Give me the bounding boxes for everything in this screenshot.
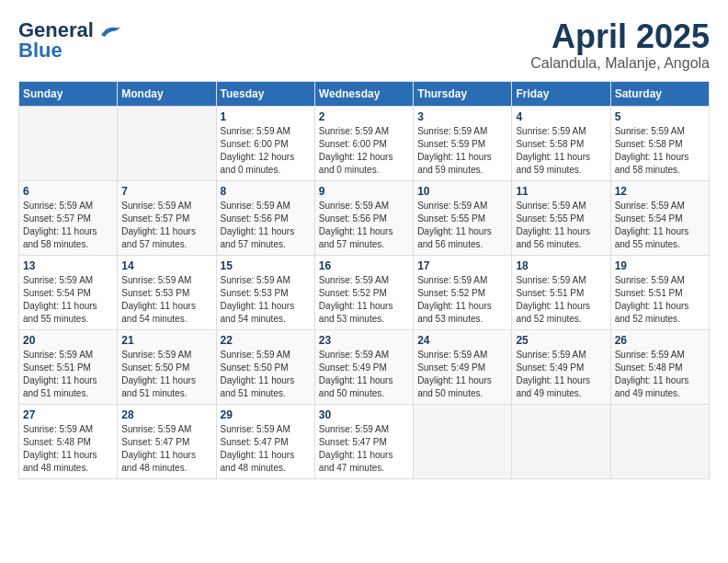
day-number: 8 bbox=[221, 185, 311, 198]
calendar-week-row: 27Sunrise: 5:59 AM Sunset: 5:48 PM Dayli… bbox=[19, 404, 710, 478]
day-info: Sunrise: 5:59 AM Sunset: 5:50 PM Dayligh… bbox=[121, 349, 211, 400]
calendar-cell bbox=[414, 404, 512, 478]
day-number: 13 bbox=[23, 259, 113, 272]
day-number: 23 bbox=[319, 334, 409, 347]
day-number: 27 bbox=[23, 408, 113, 421]
calendar-cell: 3Sunrise: 5:59 AM Sunset: 5:59 PM Daylig… bbox=[414, 106, 512, 180]
day-number: 24 bbox=[417, 334, 507, 347]
day-number: 28 bbox=[121, 408, 211, 421]
day-info: Sunrise: 5:59 AM Sunset: 5:57 PM Dayligh… bbox=[23, 200, 113, 251]
calendar-cell: 5Sunrise: 5:59 AM Sunset: 5:58 PM Daylig… bbox=[610, 106, 709, 180]
calendar-cell: 17Sunrise: 5:59 AM Sunset: 5:52 PM Dayli… bbox=[414, 255, 512, 329]
calendar-table: SundayMondayTuesdayWednesdayThursdayFrid… bbox=[18, 81, 710, 479]
day-info: Sunrise: 5:59 AM Sunset: 5:52 PM Dayligh… bbox=[319, 274, 409, 326]
day-info: Sunrise: 5:59 AM Sunset: 5:49 PM Dayligh… bbox=[417, 349, 507, 400]
day-number: 5 bbox=[615, 110, 705, 123]
day-number: 10 bbox=[417, 185, 507, 198]
calendar-cell: 19Sunrise: 5:59 AM Sunset: 5:51 PM Dayli… bbox=[610, 255, 709, 329]
month-title: April 2025 bbox=[530, 18, 710, 55]
day-info: Sunrise: 5:59 AM Sunset: 5:59 PM Dayligh… bbox=[417, 125, 507, 177]
day-info: Sunrise: 5:59 AM Sunset: 5:56 PM Dayligh… bbox=[319, 200, 409, 251]
calendar-week-row: 1Sunrise: 5:59 AM Sunset: 6:00 PM Daylig… bbox=[19, 106, 710, 180]
day-info: Sunrise: 5:59 AM Sunset: 5:51 PM Dayligh… bbox=[23, 349, 113, 400]
location-title: Calandula, Malanje, Angola bbox=[530, 55, 710, 72]
day-number: 6 bbox=[23, 185, 113, 198]
day-number: 7 bbox=[121, 185, 211, 198]
day-info: Sunrise: 5:59 AM Sunset: 5:54 PM Dayligh… bbox=[23, 274, 113, 326]
day-info: Sunrise: 5:59 AM Sunset: 5:48 PM Dayligh… bbox=[615, 349, 705, 400]
day-number: 1 bbox=[221, 110, 311, 123]
day-info: Sunrise: 5:59 AM Sunset: 5:53 PM Dayligh… bbox=[121, 274, 211, 326]
calendar-cell: 12Sunrise: 5:59 AM Sunset: 5:54 PM Dayli… bbox=[610, 180, 709, 255]
day-info: Sunrise: 5:59 AM Sunset: 5:47 PM Dayligh… bbox=[221, 423, 311, 475]
calendar-cell: 26Sunrise: 5:59 AM Sunset: 5:48 PM Dayli… bbox=[610, 329, 709, 404]
day-number: 15 bbox=[221, 259, 311, 272]
day-number: 21 bbox=[121, 334, 211, 347]
calendar-cell: 27Sunrise: 5:59 AM Sunset: 5:48 PM Dayli… bbox=[19, 404, 118, 478]
day-number: 12 bbox=[615, 185, 705, 198]
day-info: Sunrise: 5:59 AM Sunset: 5:51 PM Dayligh… bbox=[516, 274, 606, 326]
weekday-header: Wednesday bbox=[314, 81, 413, 106]
day-info: Sunrise: 5:59 AM Sunset: 5:58 PM Dayligh… bbox=[615, 125, 705, 177]
calendar-cell: 23Sunrise: 5:59 AM Sunset: 5:49 PM Dayli… bbox=[314, 329, 413, 404]
calendar-cell: 11Sunrise: 5:59 AM Sunset: 5:55 PM Dayli… bbox=[512, 180, 610, 255]
calendar-header-row: SundayMondayTuesdayWednesdayThursdayFrid… bbox=[19, 81, 710, 106]
calendar-cell: 16Sunrise: 5:59 AM Sunset: 5:52 PM Dayli… bbox=[314, 255, 413, 329]
day-number: 4 bbox=[516, 110, 606, 123]
day-info: Sunrise: 5:59 AM Sunset: 5:52 PM Dayligh… bbox=[417, 274, 507, 326]
calendar-cell: 9Sunrise: 5:59 AM Sunset: 5:56 PM Daylig… bbox=[314, 180, 413, 255]
day-info: Sunrise: 5:59 AM Sunset: 5:53 PM Dayligh… bbox=[221, 274, 311, 326]
page-header: General Blue April 2025 Calandula, Malan… bbox=[18, 18, 710, 72]
day-number: 3 bbox=[417, 110, 507, 123]
calendar-cell bbox=[512, 404, 610, 478]
weekday-header: Saturday bbox=[610, 81, 709, 106]
calendar-week-row: 20Sunrise: 5:59 AM Sunset: 5:51 PM Dayli… bbox=[19, 329, 710, 404]
weekday-header: Sunday bbox=[19, 81, 118, 106]
day-info: Sunrise: 5:59 AM Sunset: 5:49 PM Dayligh… bbox=[516, 349, 606, 400]
day-number: 14 bbox=[121, 259, 211, 272]
day-info: Sunrise: 5:59 AM Sunset: 6:00 PM Dayligh… bbox=[319, 125, 409, 177]
day-info: Sunrise: 5:59 AM Sunset: 6:00 PM Dayligh… bbox=[221, 125, 311, 177]
calendar-cell: 30Sunrise: 5:59 AM Sunset: 5:47 PM Dayli… bbox=[314, 404, 413, 478]
calendar-cell bbox=[610, 404, 709, 478]
day-info: Sunrise: 5:59 AM Sunset: 5:54 PM Dayligh… bbox=[615, 200, 705, 251]
calendar-cell: 15Sunrise: 5:59 AM Sunset: 5:53 PM Dayli… bbox=[216, 255, 314, 329]
logo-blue: Blue bbox=[18, 39, 63, 63]
weekday-header: Friday bbox=[512, 81, 610, 106]
day-number: 30 bbox=[319, 408, 409, 421]
day-info: Sunrise: 5:59 AM Sunset: 5:47 PM Dayligh… bbox=[121, 423, 211, 475]
calendar-cell: 6Sunrise: 5:59 AM Sunset: 5:57 PM Daylig… bbox=[19, 180, 118, 255]
calendar-cell bbox=[118, 106, 216, 180]
weekday-header: Monday bbox=[118, 81, 216, 106]
day-info: Sunrise: 5:59 AM Sunset: 5:49 PM Dayligh… bbox=[319, 349, 409, 400]
day-number: 25 bbox=[516, 334, 606, 347]
day-number: 17 bbox=[417, 259, 507, 272]
logo: General Blue bbox=[18, 18, 123, 63]
day-number: 20 bbox=[23, 334, 113, 347]
calendar-cell: 13Sunrise: 5:59 AM Sunset: 5:54 PM Dayli… bbox=[19, 255, 118, 329]
calendar-cell bbox=[19, 106, 118, 180]
calendar-cell: 2Sunrise: 5:59 AM Sunset: 6:00 PM Daylig… bbox=[314, 106, 413, 180]
weekday-header: Tuesday bbox=[216, 81, 314, 106]
day-info: Sunrise: 5:59 AM Sunset: 5:58 PM Dayligh… bbox=[516, 125, 606, 177]
day-number: 22 bbox=[221, 334, 311, 347]
calendar-cell: 8Sunrise: 5:59 AM Sunset: 5:56 PM Daylig… bbox=[216, 180, 314, 255]
day-number: 16 bbox=[319, 259, 409, 272]
day-number: 11 bbox=[516, 185, 606, 198]
calendar-cell: 25Sunrise: 5:59 AM Sunset: 5:49 PM Dayli… bbox=[512, 329, 610, 404]
calendar-cell: 4Sunrise: 5:59 AM Sunset: 5:58 PM Daylig… bbox=[512, 106, 610, 180]
day-number: 26 bbox=[615, 334, 705, 347]
day-info: Sunrise: 5:59 AM Sunset: 5:57 PM Dayligh… bbox=[121, 200, 211, 251]
calendar-cell: 29Sunrise: 5:59 AM Sunset: 5:47 PM Dayli… bbox=[216, 404, 314, 478]
day-info: Sunrise: 5:59 AM Sunset: 5:48 PM Dayligh… bbox=[23, 423, 113, 475]
day-number: 19 bbox=[615, 259, 705, 272]
calendar-week-row: 6Sunrise: 5:59 AM Sunset: 5:57 PM Daylig… bbox=[19, 180, 710, 255]
day-info: Sunrise: 5:59 AM Sunset: 5:55 PM Dayligh… bbox=[516, 200, 606, 251]
day-number: 2 bbox=[319, 110, 409, 123]
calendar-cell: 28Sunrise: 5:59 AM Sunset: 5:47 PM Dayli… bbox=[118, 404, 216, 478]
calendar-cell: 7Sunrise: 5:59 AM Sunset: 5:57 PM Daylig… bbox=[118, 180, 216, 255]
calendar-cell: 24Sunrise: 5:59 AM Sunset: 5:49 PM Dayli… bbox=[414, 329, 512, 404]
calendar-cell: 10Sunrise: 5:59 AM Sunset: 5:55 PM Dayli… bbox=[414, 180, 512, 255]
title-area: April 2025 Calandula, Malanje, Angola bbox=[530, 18, 710, 72]
calendar-cell: 20Sunrise: 5:59 AM Sunset: 5:51 PM Dayli… bbox=[19, 329, 118, 404]
